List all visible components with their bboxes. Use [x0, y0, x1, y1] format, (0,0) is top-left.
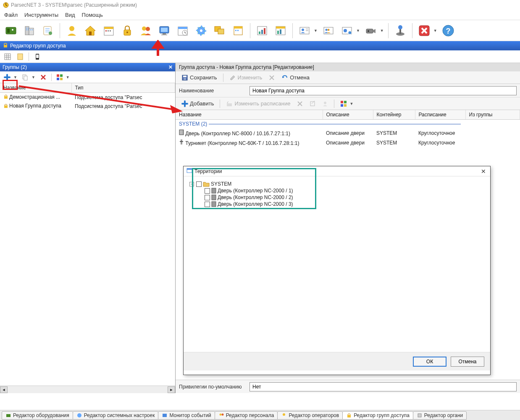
checkbox[interactable]	[205, 202, 210, 207]
tb-joystick-icon[interactable]	[393, 23, 408, 38]
mobile-view-icon[interactable]	[33, 52, 42, 61]
menu-view[interactable]: Вид	[65, 12, 75, 18]
tab-operators[interactable]: Редактор операторов	[277, 411, 343, 420]
tb-calendar-icon[interactable]	[101, 23, 116, 38]
checkbox[interactable]	[205, 188, 210, 194]
tree-root[interactable]: − SYSTEM	[189, 181, 486, 187]
tb-window-icon[interactable]	[231, 23, 246, 38]
svg-point-26	[126, 32, 128, 33]
layout-dropdown[interactable]: ▼	[66, 75, 70, 79]
save-button[interactable]: Сохранить	[179, 74, 220, 82]
tab-equipment[interactable]: Редактор оборудования	[2, 411, 73, 420]
name-input[interactable]	[249, 86, 517, 95]
left-panel-close[interactable]: ✕	[168, 64, 173, 70]
groups-col-type[interactable]: Тип	[71, 83, 175, 93]
tb-windows-icon[interactable]	[212, 23, 227, 38]
lock-icon	[3, 94, 8, 100]
privileges-input[interactable]	[249, 382, 517, 391]
detail-col-name[interactable]: Название	[176, 110, 323, 120]
detail-col-container[interactable]: Контейнер	[373, 110, 415, 120]
detail-table[interactable]: Название Описание Контейнер Расписание И…	[176, 110, 520, 147]
tb-device-icon[interactable]	[3, 23, 18, 38]
left-scrollbar[interactable]: ◄ ►	[0, 386, 175, 393]
layout-button[interactable]	[55, 73, 64, 82]
tb-cancel-icon[interactable]	[417, 23, 432, 38]
tab-access-groups[interactable]: Редактор групп доступа	[342, 411, 413, 420]
tree-item[interactable]: Дверь (Контроллер NC-2000 / 1)	[205, 187, 486, 194]
svg-rect-82	[57, 74, 59, 77]
tb-cancel-dropdown[interactable]: ▼	[433, 29, 437, 33]
tb-camcorder-dropdown[interactable]: ▼	[380, 29, 384, 33]
note-view-icon[interactable]	[16, 52, 24, 61]
table-row[interactable]: Турникет (Контроллер NC-60K-T / 10.16.7.…	[176, 138, 520, 147]
tb-camcorder-icon[interactable]	[363, 23, 378, 38]
scroll-left-button[interactable]: ◄	[0, 386, 8, 393]
title-bar: ParsecNET 3 - SYSTEM\parsec (Расширенный…	[0, 0, 520, 10]
tab-organization[interactable]: Редактор органи	[413, 411, 467, 420]
tb-gear-icon[interactable]	[194, 23, 209, 38]
tb-house-icon[interactable]	[83, 23, 98, 38]
tb-lock-icon[interactable]	[120, 23, 135, 38]
checkbox[interactable]	[196, 181, 202, 187]
tb-building-icon[interactable]	[22, 23, 37, 38]
menu-help[interactable]: Помощь	[82, 12, 103, 18]
tb-person-card-dropdown[interactable]: ▼	[314, 29, 318, 33]
add-group-button[interactable]	[3, 73, 12, 82]
detail-col-group[interactable]: Из группы	[465, 110, 520, 120]
grid-view-icon[interactable]	[3, 52, 12, 61]
detail-col-desc[interactable]: Описание	[323, 110, 373, 120]
tb-help-icon[interactable]: ?	[441, 23, 456, 38]
svg-rect-63	[366, 29, 373, 33]
tb-monitor-icon[interactable]	[157, 23, 172, 38]
menu-file[interactable]: Файл	[4, 12, 18, 18]
add-group-dropdown[interactable]: ▼	[13, 75, 17, 79]
tb-notes-icon[interactable]	[40, 23, 55, 38]
svg-point-27	[142, 26, 146, 31]
expander-icon[interactable]: −	[189, 182, 194, 186]
table-row[interactable]: Дверь (Контроллер NC-8000 / 10.16.7.27:1…	[176, 128, 520, 138]
dialog-body: − SYSTEM Дверь (Контроллер NC-2000 / 1) …	[184, 176, 490, 352]
groups-col-name[interactable]: Название	[0, 83, 71, 93]
detail-group-header[interactable]: SYSTEM (2)	[176, 120, 520, 129]
tb-schedule-icon[interactable]	[175, 23, 190, 38]
left-panel-toolbar: ▼ ▼ ▼	[0, 71, 175, 83]
tb-user-icon[interactable]	[64, 23, 79, 38]
svg-rect-104	[187, 168, 192, 170]
cancel-button[interactable]: Отмена	[279, 74, 312, 82]
ok-button[interactable]: ОК	[413, 357, 446, 367]
tb-person-card-icon[interactable]	[297, 23, 312, 38]
detail-layout-button[interactable]	[338, 100, 349, 108]
tab-system[interactable]: Редактор системных настроек	[73, 411, 159, 420]
delete-group-button[interactable]	[39, 73, 48, 82]
checkbox[interactable]	[205, 195, 210, 200]
menu-tools[interactable]: Инструменты	[24, 12, 58, 18]
add-button[interactable]: Добавить	[179, 100, 216, 108]
door-icon	[211, 201, 216, 207]
groups-table[interactable]: Название Тип Демонстрационная ... Подсис…	[0, 83, 175, 386]
tree-item[interactable]: Дверь (Контроллер NC-2000 / 2)	[205, 194, 486, 201]
tab-events[interactable]: Монитор событий	[158, 411, 215, 420]
tab-personnel[interactable]: Редактор персонала	[215, 411, 278, 420]
tb-perf-icon[interactable]	[273, 23, 288, 38]
cancel-dialog-button[interactable]: Отмена	[451, 357, 484, 367]
territories-tree[interactable]: − SYSTEM Дверь (Контроллер NC-2000 / 1) …	[188, 181, 486, 207]
tb-people-card-icon[interactable]	[321, 23, 336, 38]
tb-webcam-dropdown[interactable]: ▼	[356, 29, 360, 33]
table-row[interactable]: Новая Группа доступа Подсистема доступа …	[0, 102, 175, 110]
svg-rect-91	[227, 103, 232, 106]
tree-item[interactable]: Дверь (Контроллер NC-2000 / 3)	[205, 201, 486, 207]
svg-rect-41	[234, 26, 242, 29]
scroll-right-button[interactable]: ►	[168, 386, 175, 393]
tb-chart-icon[interactable]	[255, 23, 270, 38]
copy-group-dropdown[interactable]: ▼	[32, 75, 35, 79]
detail-layout-dropdown[interactable]: ▼	[349, 102, 353, 106]
detail-col-schedule[interactable]: Расписание	[415, 110, 465, 120]
svg-rect-97	[344, 104, 347, 107]
copy-group-button[interactable]	[21, 73, 30, 82]
tb-users-icon[interactable]	[138, 23, 153, 38]
table-row[interactable]: Демонстрационная ... Подсистема доступа …	[0, 93, 175, 102]
tb-webcam-icon[interactable]: i	[339, 23, 355, 38]
svg-point-37	[200, 29, 202, 32]
svg-rect-51	[280, 29, 281, 34]
dialog-close-button[interactable]: ✕	[479, 168, 488, 175]
